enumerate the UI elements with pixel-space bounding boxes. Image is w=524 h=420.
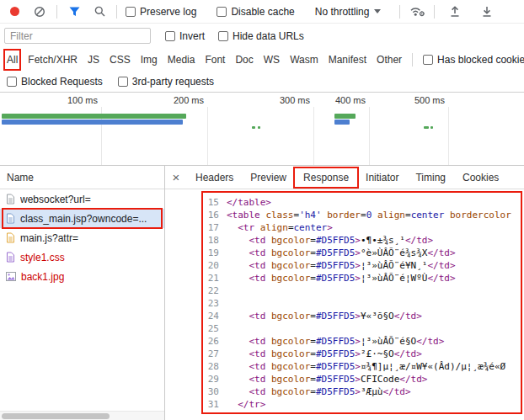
toolbar-divider (56, 5, 57, 19)
record-button[interactable] (6, 3, 23, 20)
type-filter-js[interactable]: JS (88, 54, 99, 66)
tab-initiator[interactable]: Initiator (357, 166, 407, 189)
scrollbar-thumb[interactable] (2, 413, 110, 419)
line-number: 31 (206, 398, 219, 411)
code-line: 31 </tr> (206, 398, 522, 411)
throttling-select[interactable]: No throttling (315, 6, 382, 18)
tab-preview[interactable]: Preview (242, 166, 295, 189)
blocked-requests-checkbox[interactable]: Blocked Requests (7, 76, 103, 88)
code-text: <td bgcolor=#D5FFD5>•¶•±¾s¸¹</td> (227, 234, 433, 247)
type-filter-font[interactable]: Font (205, 54, 225, 66)
code-line: 16<table class='h4' border=0 align=cente… (206, 209, 522, 221)
filter-toggle-button[interactable] (66, 3, 83, 20)
request-table: Name websocket?url=class_main.jsp?owncod… (0, 166, 165, 420)
code-line: 17 <tr align=center> (206, 221, 522, 234)
code-text: <td bgcolor=#D5FFD5>°è»ÙÂÕ¨é¾s¾X</td> (227, 247, 456, 259)
name-column-header[interactable]: Name (0, 166, 164, 189)
export-har-button[interactable] (479, 3, 495, 20)
preserve-log-checkbox[interactable]: Preserve log (126, 6, 196, 18)
throttling-value: No throttling (315, 6, 370, 18)
script-file-icon (6, 232, 15, 243)
overview-gridline (369, 107, 370, 165)
checkbox-box (118, 77, 128, 87)
request-row[interactable]: back1.jpg (0, 267, 164, 286)
invert-checkbox[interactable]: Invert (165, 30, 205, 42)
checkbox-box (217, 7, 227, 17)
type-filter-ws[interactable]: WS (264, 54, 280, 66)
line-number: 29 (206, 373, 219, 385)
network-conditions-icon (409, 5, 425, 18)
line-number: 20 (206, 259, 219, 272)
type-filter-other[interactable]: Other (377, 54, 402, 66)
clear-icon (34, 6, 45, 18)
horizontal-scrollbar (0, 411, 164, 420)
has-blocked-cookies-checkbox[interactable]: Has blocked cookies (423, 54, 524, 66)
line-number: 23 (206, 297, 219, 310)
detail-tab-list: HeadersPreviewResponseInitiatorTimingCoo… (187, 166, 507, 189)
close-detail-button[interactable]: × (165, 170, 187, 184)
type-filter-wasm[interactable]: Wasm (290, 54, 318, 66)
line-number: 27 (206, 348, 219, 360)
code-line: 22 (206, 284, 522, 297)
search-button[interactable] (91, 3, 108, 20)
tab-headers[interactable]: Headers (187, 166, 242, 189)
code-text: <td bgcolor=#D5FFD5>¦³»ùÂÕ¨é§O</td> (227, 335, 444, 348)
code-line: 18 <td bgcolor=#D5FFD5>•¶•±¾s¸¹</td> (206, 234, 522, 247)
request-name: back1.jpg (21, 271, 64, 283)
line-number: 26 (206, 335, 219, 348)
tab-timing[interactable]: Timing (407, 166, 454, 189)
checkbox-box (165, 31, 175, 41)
code-line: 20 <td bgcolor=#D5FFD5>¦³»ùÂÕ¨é¥N¸¹</td> (206, 259, 522, 272)
type-filter-all[interactable]: All (7, 54, 18, 66)
type-filter-manifest[interactable]: Manifest (329, 54, 366, 66)
import-har-button[interactable] (446, 3, 463, 20)
checkbox-box (423, 55, 433, 65)
image-file-icon (6, 272, 16, 281)
type-filter-img[interactable]: Img (141, 54, 158, 66)
request-row[interactable]: class_main.jsp?owncode=... (0, 209, 164, 228)
line-number: 21 (206, 272, 219, 284)
filter-funnel-icon (69, 7, 80, 17)
hide-data-urls-checkbox[interactable]: Hide data URLs (218, 30, 304, 42)
overview-timeline[interactable]: 100 ms200 ms300 ms400 ms500 ms (0, 93, 524, 166)
tab-response[interactable]: Response (295, 166, 357, 189)
code-line: 27 <td bgcolor=#D5FFD5>²£·~§O</td> (206, 348, 522, 360)
disable-cache-checkbox[interactable]: Disable cache (217, 6, 294, 18)
request-row[interactable]: style1.css (0, 247, 164, 267)
network-toolbar: Preserve log Disable cache No throttling (0, 0, 524, 24)
line-number: 30 (206, 385, 219, 398)
overview-bar (252, 126, 255, 129)
network-conditions-button[interactable] (409, 3, 425, 20)
request-name: class_main.jsp?owncode=... (20, 213, 147, 225)
record-icon (9, 6, 20, 17)
chevron-down-icon (374, 9, 381, 13)
type-filter-media[interactable]: Media (168, 54, 195, 66)
code-text: <td bgcolor=#D5FFD5>¦³»ùÂÕ¨é¦WºÙ</td> (227, 272, 456, 284)
request-flags-bar: Blocked Requests 3rd-party requests (0, 72, 524, 93)
code-line: 24 <td bgcolor=#D5FFD5>¥«³õ§O</td> (206, 310, 522, 322)
tab-cookies[interactable]: Cookies (454, 166, 507, 189)
type-filter-css[interactable]: CSS (110, 54, 131, 66)
checkbox-box (218, 31, 228, 41)
line-number: 15 (206, 196, 219, 209)
clear-button[interactable] (31, 3, 48, 20)
third-party-requests-checkbox[interactable]: 3rd-party requests (118, 76, 214, 88)
overview-time-label: 400 ms (313, 95, 366, 105)
code-text: <table class='h4' border=0 align=center … (227, 209, 511, 221)
filter-input[interactable] (4, 28, 151, 44)
request-row[interactable]: main.js?attr= (0, 228, 164, 247)
request-name: main.js?attr= (20, 232, 78, 244)
request-name: style1.css (20, 252, 65, 263)
request-row[interactable]: websocket?url= (0, 189, 164, 209)
download-icon (482, 6, 492, 17)
code-line: 25 (206, 322, 522, 335)
code-line: 23 (206, 297, 522, 310)
name-column-label: Name (7, 172, 34, 183)
type-filter-doc[interactable]: Doc (235, 54, 253, 66)
document-file-icon (6, 213, 15, 224)
code-text: <td bgcolor=#D5FFD5>³Æµù</td> (227, 385, 411, 398)
type-filter-fetch-xhr[interactable]: Fetch/XHR (28, 54, 78, 66)
search-icon (94, 6, 105, 17)
response-code: 15</table>16<table class='h4' border=0 a… (206, 196, 522, 417)
devtools-network-panel: Preserve log Disable cache No throttling (0, 0, 524, 420)
